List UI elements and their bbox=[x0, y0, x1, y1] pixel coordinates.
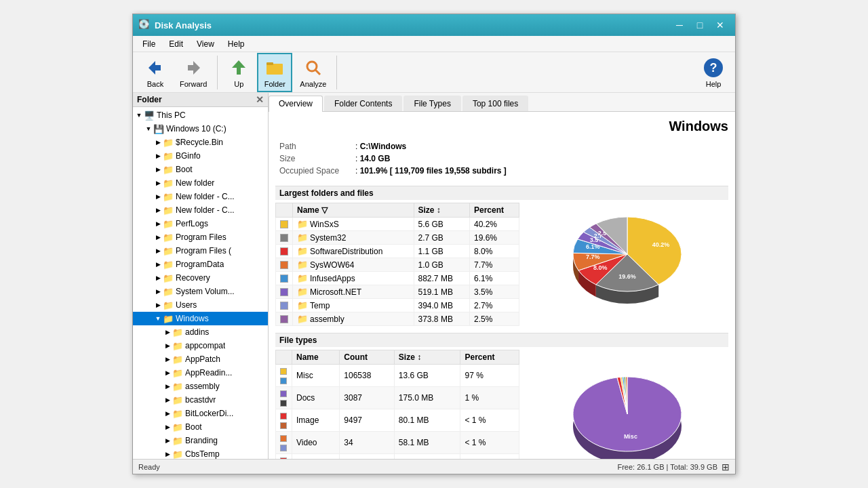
tree-item-program-files2[interactable]: ▶📁Program Files ( bbox=[133, 244, 268, 258]
tree-item-this-pc[interactable]: ▼🖥️This PC bbox=[133, 108, 268, 122]
folder-row[interactable]: 📁Microsoft.NET 519.1 MB 3.5% bbox=[276, 285, 519, 299]
tree-toggle[interactable]: ▶ bbox=[153, 260, 163, 269]
tree-toggle[interactable]: ▶ bbox=[153, 246, 163, 256]
tree-toggle[interactable]: ▶ bbox=[163, 382, 172, 391]
tree-item-appcompat[interactable]: ▶📁appcompat bbox=[133, 339, 268, 352]
tree-item-recovery[interactable]: ▶📁Recovery bbox=[133, 271, 268, 285]
folders-chart-col: 40.2%19.6%8.0%7.7%6.1%3.5%2.7%2.5% bbox=[526, 203, 728, 326]
row-color bbox=[276, 272, 293, 285]
filetype-row[interactable]: Docs 3087 175.0 MB 1 % bbox=[276, 387, 519, 409]
up-button[interactable]: Up bbox=[222, 54, 256, 92]
tab-overview[interactable]: Overview bbox=[269, 96, 323, 112]
tree-item-new-folder[interactable]: ▶📁New folder bbox=[133, 176, 268, 190]
folder-panel: Folder ✕ ▼🖥️This PC▼💾Windows 10 (C:)▶📁$R… bbox=[133, 93, 269, 459]
folder-row[interactable]: 📁System32 2.7 GB 19.6% bbox=[276, 231, 519, 245]
folder-row[interactable]: 📁Temp 394.0 MB 2.7% bbox=[276, 299, 519, 312]
menu-file[interactable]: File bbox=[136, 38, 162, 50]
tree-item-label: Users bbox=[176, 300, 197, 310]
folder-row[interactable]: 📁assembly 373.8 MB 2.5% bbox=[276, 312, 519, 326]
tree-toggle[interactable]: ▼ bbox=[144, 124, 153, 134]
tree-item-branding[interactable]: ▶📁Branding bbox=[133, 434, 268, 447]
back-button[interactable]: Back bbox=[138, 54, 172, 92]
tree-item-windows[interactable]: ▼📁Windows bbox=[133, 312, 268, 325]
filetype-row[interactable]: Zip 308 57.1 MB < 1 % bbox=[276, 454, 519, 460]
tree-item-appreadin[interactable]: ▶📁AppReadin... bbox=[133, 366, 268, 380]
minimize-button[interactable]: ─ bbox=[670, 18, 689, 32]
ft-col-icon[interactable] bbox=[276, 350, 292, 365]
tree-toggle[interactable]: ▶ bbox=[153, 219, 163, 228]
tree-item-program-files[interactable]: ▶📁Program Files bbox=[133, 230, 268, 244]
folder-row[interactable]: 📁InfusedApps 882.7 MB 6.1% bbox=[276, 272, 519, 285]
menu-view[interactable]: View bbox=[190, 38, 221, 50]
tree-toggle[interactable]: ▶ bbox=[153, 192, 163, 201]
restore-button[interactable]: □ bbox=[690, 18, 709, 32]
tree-item-programdata[interactable]: ▶📁ProgramData bbox=[133, 258, 268, 271]
tree-toggle[interactable]: ▶ bbox=[163, 395, 172, 405]
tree-item-srecycle[interactable]: ▶📁$Recycle.Bin bbox=[133, 136, 268, 149]
folder-row[interactable]: 📁SoftwareDistribution 1.1 GB 8.0% bbox=[276, 245, 519, 258]
tree-toggle[interactable]: ▶ bbox=[153, 273, 163, 283]
tree-toggle[interactable]: ▶ bbox=[153, 232, 163, 242]
folder-row[interactable]: 📁WinSxS 5.6 GB 40.2% bbox=[276, 218, 519, 231]
tree-toggle[interactable]: ▶ bbox=[153, 300, 163, 310]
tree-toggle[interactable]: ▼ bbox=[153, 314, 163, 323]
tree-toggle[interactable]: ▶ bbox=[153, 151, 163, 161]
tree-item-users[interactable]: ▶📁Users bbox=[133, 298, 268, 312]
tab-top-100-files[interactable]: Top 100 files bbox=[462, 96, 528, 111]
tree-toggle[interactable]: ▶ bbox=[163, 422, 172, 432]
tree-item-assembly[interactable]: ▶📁assembly bbox=[133, 380, 268, 393]
tree-toggle[interactable]: ▶ bbox=[163, 436, 172, 445]
ft-col-size[interactable]: Size ↕ bbox=[394, 350, 460, 365]
tree-item-perflogs[interactable]: ▶📁PerfLogs bbox=[133, 217, 268, 230]
tree-toggle[interactable]: ▶ bbox=[153, 138, 163, 147]
tree-item-cbstemp[interactable]: ▶📁CbsTemp bbox=[133, 447, 268, 459]
menu-help[interactable]: Help bbox=[221, 38, 252, 50]
status-grid-icon: ⊞ bbox=[722, 462, 730, 472]
tree-item-windows-drive[interactable]: ▼💾Windows 10 (C:) bbox=[133, 122, 268, 136]
tree-item-new-folder-c2[interactable]: ▶📁New folder - C... bbox=[133, 203, 268, 217]
ft-col-count[interactable]: Count bbox=[340, 350, 394, 365]
window-controls: ─ □ ✕ bbox=[670, 18, 730, 32]
tree-toggle[interactable]: ▶ bbox=[163, 449, 172, 459]
col-icon[interactable] bbox=[276, 203, 293, 218]
menu-edit[interactable]: Edit bbox=[162, 38, 190, 50]
tree-toggle[interactable]: ▶ bbox=[163, 409, 172, 418]
forward-button[interactable]: Forward bbox=[174, 54, 213, 92]
tree-toggle[interactable]: ▶ bbox=[153, 178, 163, 188]
tree-item-apppatch[interactable]: ▶📁AppPatch bbox=[133, 352, 268, 366]
svg-rect-4 bbox=[267, 64, 283, 75]
tree-item-new-folder-c1[interactable]: ▶📁New folder - C... bbox=[133, 190, 268, 203]
analyze-button[interactable]: Analyze bbox=[294, 54, 332, 92]
close-button[interactable]: ✕ bbox=[711, 18, 730, 32]
tree-item-boot2[interactable]: ▶📁Boot bbox=[133, 420, 268, 434]
tab-folder-contents[interactable]: Folder Contents bbox=[324, 96, 402, 111]
tab-file-types[interactable]: File Types bbox=[403, 96, 460, 111]
help-button[interactable]: ? Help bbox=[697, 54, 730, 91]
filetype-row[interactable]: Video 34 58.1 MB < 1 % bbox=[276, 432, 519, 454]
tree-item-system-volume[interactable]: ▶📁System Volum... bbox=[133, 285, 268, 298]
tree-toggle[interactable]: ▶ bbox=[163, 368, 172, 378]
tree-toggle[interactable]: ▶ bbox=[153, 205, 163, 215]
size-value: : 14.0 GB bbox=[353, 153, 509, 164]
tree-item-bcastdvr[interactable]: ▶📁bcastdvr bbox=[133, 393, 268, 407]
folder-button[interactable]: Folder bbox=[257, 53, 292, 92]
tree-toggle[interactable]: ▼ bbox=[134, 110, 144, 120]
col-size[interactable]: Size ↕ bbox=[414, 203, 469, 218]
ft-col-percent[interactable]: Percent bbox=[460, 350, 519, 365]
tree-item-addins[interactable]: ▶📁addins bbox=[133, 325, 268, 339]
filetype-row[interactable]: Misc 106538 13.6 GB 97 % bbox=[276, 365, 519, 387]
tree-item-boot[interactable]: ▶📁Boot bbox=[133, 163, 268, 176]
panel-close-button[interactable]: ✕ bbox=[256, 94, 264, 105]
filetype-row[interactable]: Image 9497 80.1 MB < 1 % bbox=[276, 409, 519, 432]
tree-toggle[interactable]: ▶ bbox=[163, 341, 172, 350]
tree-toggle[interactable]: ▶ bbox=[163, 327, 172, 337]
tree-item-bitlocker[interactable]: ▶📁BitLockerDi... bbox=[133, 407, 268, 420]
tree-item-bginfo[interactable]: ▶📁BGinfo bbox=[133, 149, 268, 163]
tree-toggle[interactable]: ▶ bbox=[153, 165, 163, 174]
tree-toggle[interactable]: ▶ bbox=[153, 287, 163, 296]
col-name[interactable]: Name ▽ bbox=[293, 203, 414, 218]
folder-row[interactable]: 📁SysWOW64 1.0 GB 7.7% bbox=[276, 258, 519, 272]
ft-col-name[interactable]: Name bbox=[292, 350, 340, 365]
tree-toggle[interactable]: ▶ bbox=[163, 354, 172, 364]
col-percent[interactable]: Percent bbox=[469, 203, 519, 218]
